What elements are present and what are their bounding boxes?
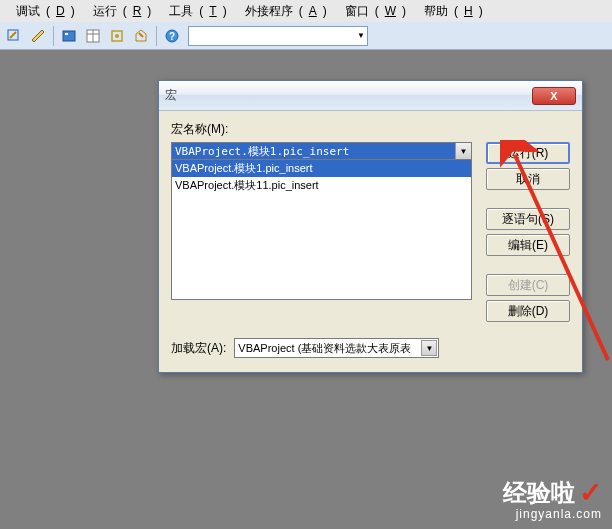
toolbar: ? ▼ [0,22,612,50]
close-icon: X [550,90,557,102]
macro-in-value: VBAProject (基础资料选款大表原表 [238,341,421,356]
checkmark-icon: ✓ [579,476,602,509]
toolbar-btn-1[interactable] [3,25,25,47]
svg-point-7 [115,34,119,38]
macro-in-label: 加载宏(A): [171,340,226,357]
svg-rect-2 [65,33,68,35]
list-item[interactable]: VBAProject.模块1.pic_insert [172,160,471,177]
toolbar-btn-2[interactable] [27,25,49,47]
menu-run[interactable]: 运行(R) [81,1,158,22]
chevron-down-icon: ▼ [425,344,433,353]
macro-dialog: 宏 X 宏名称(M): VBAProject.模块1.pic_insert ▼ … [158,80,583,373]
create-button: 创建(C) [486,274,570,296]
watermark: 经验啦 ✓ jingyanla.com [503,476,602,521]
delete-button[interactable]: 删除(D) [486,300,570,322]
step-into-button[interactable]: 逐语句(S) [486,208,570,230]
design-mode-icon [6,28,22,44]
menu-window[interactable]: 窗口(W) [333,1,412,22]
menu-help[interactable]: 帮助(H) [412,1,489,22]
toolbar-btn-3[interactable] [58,25,80,47]
list-item[interactable]: VBAProject.模块11.pic_insert [172,177,471,194]
ruler-icon [30,28,46,44]
chevron-down-icon: ▼ [357,31,365,40]
run-button[interactable]: 运行(R) [486,142,570,164]
dialog-title: 宏 [165,87,532,104]
dialog-titlebar[interactable]: 宏 X [159,81,582,111]
chevron-down-icon: ▼ [460,147,468,156]
toolbar-dropdown[interactable]: ▼ [188,26,368,46]
macro-name-label: 宏名称(M): [171,121,570,138]
macro-in-select[interactable]: VBAProject (基础资料选款大表原表 ▼ [234,338,439,358]
menu-addins[interactable]: 外接程序(A) [233,1,333,22]
toolbar-separator [156,26,157,46]
dialog-body: 宏名称(M): VBAProject.模块1.pic_insert ▼ VBAP… [159,111,582,372]
svg-text:?: ? [169,31,175,42]
watermark-text: 经验啦 [503,477,575,509]
menu-bar: 调试(D) 运行(R) 工具(T) 外接程序(A) 窗口(W) 帮助(H) [0,0,612,22]
help-icon: ? [164,28,180,44]
cancel-button[interactable]: 取消 [486,168,570,190]
combo-dropdown-button[interactable]: ▼ [455,143,471,159]
macro-name-combo[interactable]: VBAProject.模块1.pic_insert ▼ [171,142,472,160]
properties-icon [85,28,101,44]
toolbar-btn-4[interactable] [82,25,104,47]
edit-button[interactable]: 编辑(E) [486,234,570,256]
select-dropdown-button[interactable]: ▼ [421,340,437,356]
menu-tools[interactable]: 工具(T) [157,1,232,22]
close-button[interactable]: X [532,87,576,105]
macro-name-value: VBAProject.模块1.pic_insert [172,143,455,159]
object-browser-icon [109,28,125,44]
macro-listbox[interactable]: VBAProject.模块1.pic_insert VBAProject.模块1… [171,160,472,300]
project-icon [61,28,77,44]
toolbox-icon [133,28,149,44]
watermark-url: jingyanla.com [503,507,602,521]
svg-rect-1 [63,31,75,41]
toolbar-btn-6[interactable] [130,25,152,47]
menu-debug[interactable]: 调试(D) [4,1,81,22]
toolbar-help-btn[interactable]: ? [161,25,183,47]
toolbar-btn-5[interactable] [106,25,128,47]
toolbar-separator [53,26,54,46]
